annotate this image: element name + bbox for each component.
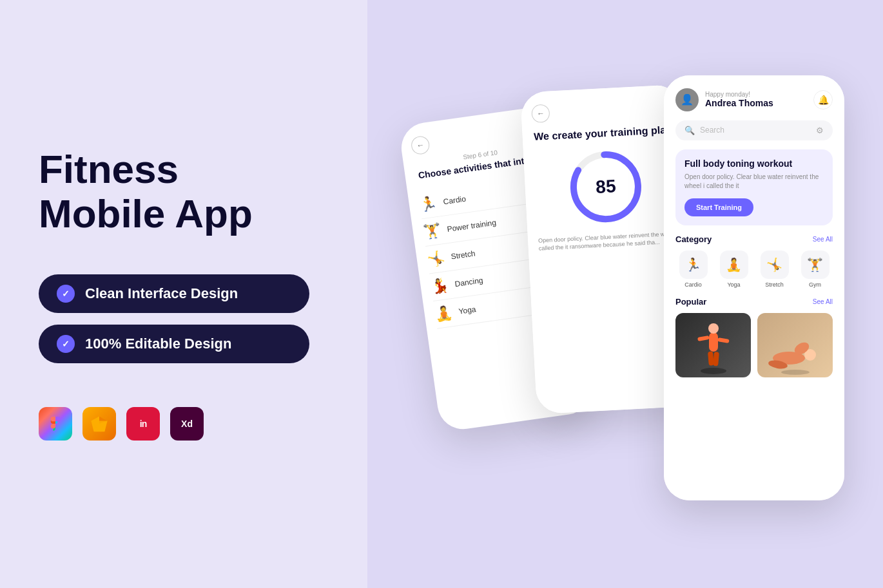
svg-rect-9	[717, 337, 729, 343]
back-button[interactable]: ←	[410, 135, 431, 155]
yoga-label: Yoga	[458, 305, 477, 316]
adobe-xd-icon: Xd	[170, 407, 204, 441]
svg-point-7	[708, 323, 719, 334]
notification-icon[interactable]: 🔔	[813, 90, 833, 109]
svg-point-12	[781, 370, 810, 375]
category-stretch[interactable]: 🤸 Stretch	[757, 251, 792, 288]
dancing-emoji: 💃	[430, 276, 449, 296]
search-icon: 🔍	[684, 126, 695, 135]
right-panel: ← SKIP Step 6 of 10 Choose activities th…	[367, 0, 883, 588]
popular-card-1[interactable]	[675, 313, 751, 377]
yoga-cat-icon: 🧘	[720, 251, 748, 279]
search-placeholder: Search	[700, 126, 816, 135]
left-panel: Fitness Mobile App Clean Interface Desig…	[0, 0, 367, 588]
plan-title: We create your training plan	[532, 123, 674, 144]
power-label: Power training	[447, 218, 497, 234]
svg-rect-8	[697, 335, 710, 341]
svg-rect-10	[708, 351, 714, 366]
tool-icons-row: in Xd	[39, 407, 329, 441]
yoga-emoji: 🧘	[434, 304, 453, 323]
featured-description: Open door policy. Clear blue water reinv…	[684, 173, 824, 191]
username-text: Andrea Thomas	[705, 98, 813, 108]
back-button-2[interactable]: ←	[531, 104, 550, 122]
phone-home: 👤 Happy monday! Andrea Thomas 🔔 🔍 Search…	[664, 75, 844, 500]
phones-container: ← SKIP Step 6 of 10 Choose activities th…	[400, 37, 851, 552]
svg-rect-11	[713, 352, 719, 366]
clean-interface-badge: Clean Interface Design	[39, 274, 309, 313]
see-all-popular[interactable]: See All	[813, 298, 833, 305]
power-emoji: 🏋️	[422, 222, 442, 241]
check-icon-2	[57, 335, 75, 353]
progress-circle: 85	[565, 146, 646, 227]
sketch-icon	[82, 407, 116, 441]
stretch-label: Stretch	[451, 249, 476, 261]
badge1-text: Clean Interface Design	[85, 285, 238, 302]
cardio-cat-label: Cardio	[684, 281, 702, 288]
invision-icon: in	[126, 407, 160, 441]
editable-badge: 100% Editable Design	[39, 325, 309, 363]
cardio-label: Cardio	[443, 194, 467, 206]
start-training-button[interactable]: Start Training	[684, 198, 753, 216]
category-gym[interactable]: 🏋️ Gym	[797, 251, 833, 288]
popular-figure-1	[675, 313, 751, 377]
featured-title: Full body toning workout	[684, 158, 824, 169]
phone2-header: ←	[531, 97, 672, 122]
see-all-category[interactable]: See All	[813, 236, 833, 243]
popular-label: Popular	[675, 297, 706, 307]
popular-row	[675, 313, 833, 377]
category-cardio[interactable]: 🏃 Cardio	[675, 251, 711, 288]
popular-figure-2	[757, 313, 833, 377]
figma-icon	[39, 407, 72, 441]
progress-number: 85	[596, 176, 617, 198]
dancing-label: Dancing	[454, 276, 484, 289]
filter-icon[interactable]: ⚙	[816, 126, 824, 135]
category-yoga[interactable]: 🧘 Yoga	[716, 251, 752, 288]
stretch-cat-icon: 🤸	[761, 251, 789, 279]
gym-cat-icon: 🏋️	[801, 251, 830, 279]
category-label: Category	[675, 234, 712, 244]
stretch-cat-label: Stretch	[765, 281, 784, 288]
home-header: 👤 Happy monday! Andrea Thomas 🔔	[675, 88, 833, 111]
category-section-header: Category See All	[675, 234, 833, 244]
stretch-emoji: 🤸	[426, 249, 445, 269]
plan-description: Open door policy. Clear blue water reinv…	[538, 229, 679, 253]
category-row: 🏃 Cardio 🧘 Yoga 🤸 Stretch 🏋️ Gym	[675, 251, 833, 288]
popular-section-header: Popular See All	[675, 297, 833, 307]
svg-rect-6	[709, 332, 718, 352]
cardio-cat-icon: 🏃	[679, 251, 708, 279]
gym-cat-label: Gym	[809, 281, 821, 288]
yoga-cat-label: Yoga	[727, 281, 740, 288]
avatar: 👤	[675, 88, 699, 111]
search-bar[interactable]: 🔍 Search ⚙	[675, 120, 833, 140]
badge2-text: 100% Editable Design	[85, 336, 231, 352]
popular-card-2[interactable]	[757, 313, 833, 377]
featured-card: Full body toning workout Open door polic…	[675, 149, 833, 225]
svg-point-5	[701, 368, 726, 374]
phone3-content: 👤 Happy monday! Andrea Thomas 🔔 🔍 Search…	[664, 75, 844, 500]
user-info: Happy monday! Andrea Thomas	[705, 91, 813, 108]
cardio-emoji: 🏃	[418, 194, 438, 214]
greeting-text: Happy monday!	[705, 91, 813, 98]
app-title: Fitness Mobile App	[39, 147, 329, 235]
check-icon-1	[57, 285, 75, 303]
